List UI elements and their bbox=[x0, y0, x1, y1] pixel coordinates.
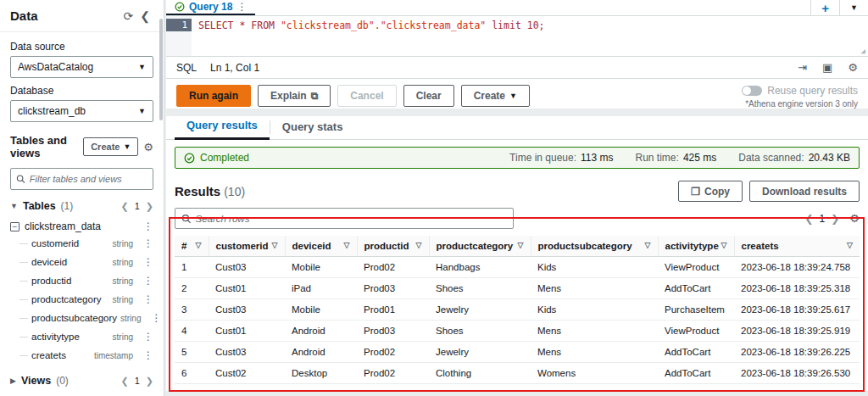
table-cell: 2 bbox=[175, 278, 209, 299]
table-column[interactable]: activitytypestring⋮ bbox=[10, 327, 153, 346]
editor-gutter: 1 bbox=[166, 16, 192, 56]
table-column[interactable]: productcategorystring⋮ bbox=[10, 290, 153, 309]
refresh-icon[interactable]: ⟳ bbox=[120, 9, 137, 23]
sidebar-scrollbar[interactable] bbox=[159, 19, 163, 120]
table-cell: Kids bbox=[531, 299, 658, 321]
athena-query-editor-page: { "sidebar": { "title": "Data", "data_so… bbox=[0, 0, 868, 396]
gear-icon[interactable]: ⚙ bbox=[143, 141, 153, 153]
table-row: 4Cust01AndroidProd03ShoesMensViewProduct… bbox=[175, 321, 860, 342]
cursor-position: Ln 1, Col 1 bbox=[210, 62, 259, 74]
copy-button[interactable]: ❐ Copy bbox=[678, 181, 743, 202]
tab-query-results[interactable]: Query results bbox=[175, 116, 270, 140]
format-query-icon[interactable]: ⇥ bbox=[798, 61, 807, 74]
column-header-deviceid[interactable]: deviceid▽ bbox=[285, 236, 357, 257]
clear-button[interactable]: Clear bbox=[403, 85, 454, 107]
cancel-button[interactable]: Cancel bbox=[337, 85, 396, 107]
column-header-productid[interactable]: productid▽ bbox=[357, 236, 429, 257]
column-header-activitytype[interactable]: activitytype▽ bbox=[658, 236, 734, 257]
table-cell: Womens bbox=[531, 384, 658, 392]
table-cell: Shoes bbox=[429, 321, 531, 342]
column-header-label: productsubcategory bbox=[538, 241, 632, 251]
create-dropdown-button[interactable]: Create ▼ bbox=[461, 85, 530, 107]
table-cell: Prod03 bbox=[357, 321, 429, 342]
results-header: Results (10) ❐ Copy Download results bbox=[166, 176, 868, 204]
column-kebab-icon[interactable]: ⋮ bbox=[151, 312, 161, 324]
editor-resize-handle[interactable]: ◢ bbox=[861, 47, 865, 55]
time-in-queue-label: Time in queue: bbox=[509, 152, 576, 164]
tab-query-stats[interactable]: Query stats bbox=[270, 116, 355, 139]
create-table-button[interactable]: Create ▼ bbox=[83, 137, 138, 156]
column-header-createts[interactable]: createts▽ bbox=[734, 236, 860, 257]
tree-connector bbox=[19, 299, 28, 300]
column-header-row-number[interactable]: #▽ bbox=[175, 236, 209, 257]
column-header-customerid[interactable]: customerid▽ bbox=[209, 236, 285, 257]
column-header-productsubcategory[interactable]: productsubcategory▽ bbox=[531, 236, 658, 257]
table-row: 3Cust03MobileProd01JewelryKidsPurchaseIt… bbox=[175, 299, 860, 321]
filter-icon[interactable]: ▽ bbox=[721, 241, 727, 249]
page-prev-icon[interactable]: ❮ bbox=[120, 376, 128, 387]
table-cell: AddToCart bbox=[658, 363, 734, 384]
sql-code-editor[interactable]: 1 SELECT * FROM "clickstream_db"."clicks… bbox=[166, 16, 868, 56]
filter-icon[interactable]: ▽ bbox=[196, 241, 202, 249]
table-cell: Mens bbox=[531, 342, 658, 363]
results-page-next-icon[interactable]: ❯ bbox=[831, 213, 839, 225]
column-list: customeridstring⋮deviceidstring⋮producti… bbox=[10, 234, 153, 365]
table-row: 6Cust02DesktopProd02ClothingWomensAddToC… bbox=[175, 363, 860, 384]
table-cell: Cust03 bbox=[209, 257, 285, 278]
table-column[interactable]: customeridstring⋮ bbox=[10, 234, 153, 253]
filter-tables-input[interactable] bbox=[30, 174, 147, 184]
results-table: #▽customerid▽deviceid▽productid▽productc… bbox=[175, 236, 860, 391]
data-scanned-value: 20.43 KB bbox=[809, 152, 850, 164]
table-cell: Handbags bbox=[429, 257, 531, 278]
search-rows-input[interactable] bbox=[195, 214, 507, 224]
tables-section-header[interactable]: ▼ Tables (1) ❮ 1 ❯ bbox=[10, 200, 153, 212]
column-kebab-icon[interactable]: ⋮ bbox=[143, 256, 153, 268]
filter-icon[interactable]: ▽ bbox=[416, 241, 422, 249]
column-kebab-icon[interactable]: ⋮ bbox=[143, 293, 153, 305]
page-next-icon[interactable]: ❯ bbox=[146, 376, 153, 387]
results-page-prev-icon[interactable]: ❮ bbox=[805, 213, 814, 225]
table-column[interactable]: productidstring⋮ bbox=[10, 271, 153, 290]
table-actions-kebab-icon[interactable]: ⋮ bbox=[143, 220, 153, 232]
filter-icon[interactable]: ▽ bbox=[344, 241, 350, 249]
results-settings-icon[interactable]: ⚙ bbox=[849, 212, 860, 225]
collapse-panel-icon[interactable]: ❮ bbox=[136, 9, 153, 23]
page-prev-icon[interactable]: ❮ bbox=[120, 201, 128, 212]
tab-list-dropdown[interactable]: ▼ bbox=[839, 0, 868, 15]
page-next-icon[interactable]: ❯ bbox=[146, 201, 153, 212]
minimap-icon[interactable]: ▣ bbox=[822, 61, 832, 74]
table-cell: Shoes bbox=[429, 278, 531, 299]
column-name: deviceid bbox=[31, 257, 67, 267]
tree-connector bbox=[19, 281, 28, 282]
table-column[interactable]: createtstimestamp⋮ bbox=[10, 346, 153, 365]
column-kebab-icon[interactable]: ⋮ bbox=[143, 331, 153, 343]
table-tree-item[interactable]: − clickstream_data ⋮ bbox=[10, 220, 153, 232]
reuse-results-toggle[interactable] bbox=[742, 86, 762, 96]
filter-icon[interactable]: ▽ bbox=[272, 241, 278, 249]
filter-icon[interactable]: ▽ bbox=[847, 241, 853, 249]
editor-settings-icon[interactable]: ⚙ bbox=[848, 61, 858, 74]
data-source-select[interactable]: AwsDataCatalog ▼ bbox=[10, 56, 153, 78]
new-tab-button[interactable]: + bbox=[810, 0, 839, 15]
views-section-header[interactable]: ▶ Views (0) ❮ 1 ❯ bbox=[10, 375, 153, 387]
column-kebab-icon[interactable]: ⋮ bbox=[143, 237, 153, 249]
table-column[interactable]: deviceidstring⋮ bbox=[10, 253, 153, 271]
column-header-productcategory[interactable]: productcategory▽ bbox=[429, 236, 531, 257]
filter-icon[interactable]: ▽ bbox=[645, 241, 651, 249]
tab-query-18[interactable]: Query 18 ⋮ bbox=[166, 0, 255, 15]
table-row: 1Cust03MobileProd02HandbagsKidsViewProdu… bbox=[175, 257, 860, 278]
run-again-button[interactable]: Run again bbox=[176, 85, 251, 107]
create-button-label: Create bbox=[91, 142, 120, 152]
results-page-number[interactable]: 1 bbox=[820, 213, 826, 225]
column-kebab-icon[interactable]: ⋮ bbox=[143, 349, 153, 361]
table-cell: ViewProduct bbox=[658, 321, 734, 342]
explain-button[interactable]: Explain ⧉ bbox=[258, 85, 331, 107]
column-kebab-icon[interactable]: ⋮ bbox=[143, 275, 153, 287]
table-cell: Prod03 bbox=[357, 278, 429, 299]
filter-icon[interactable]: ▽ bbox=[518, 241, 524, 249]
database-select[interactable]: clickstream_db ▼ bbox=[10, 100, 153, 122]
download-results-button[interactable]: Download results bbox=[749, 181, 860, 202]
table-column[interactable]: productsubcategorystring⋮ bbox=[10, 309, 153, 327]
collapse-tree-icon[interactable]: − bbox=[10, 222, 19, 231]
tab-kebab-icon[interactable]: ⋮ bbox=[236, 1, 247, 13]
